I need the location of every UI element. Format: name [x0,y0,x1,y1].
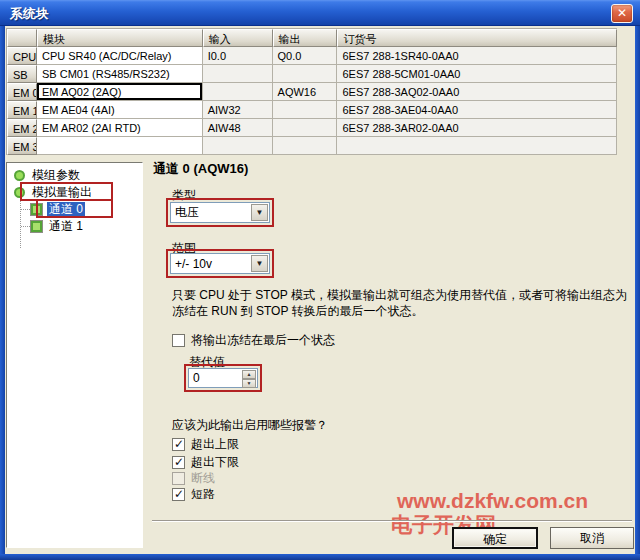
type-dropdown-value: 电压 [171,204,250,221]
alarm-label: 超出下限 [191,454,239,471]
settings-tree: 模组参数 模拟量输出 通道 0 通道 1 [6,162,143,548]
chevron-down-icon[interactable]: ▼ [251,255,268,272]
tree-item-module-params[interactable]: 模组参数 [7,167,142,184]
title-bar: 系统块 [0,0,640,26]
input-cell: AIW48 [203,119,273,137]
checkbox-icon[interactable] [172,438,185,451]
freeze-output-checkbox[interactable]: 将输出冻结在最后一个状态 [172,333,335,348]
header-corner [7,29,37,47]
table-header-row: 模块 输入 输出 订货号 [7,29,617,47]
output-cell: Q0.0 [273,47,338,65]
tree-item-channel-0[interactable]: 通道 0 [7,201,142,218]
output-cell [273,65,338,83]
order-cell: 6ES7 288-5CM01-0AA0 [337,65,617,83]
window-border-bottom [0,554,640,560]
chevron-down-icon[interactable]: ▼ [251,204,268,221]
module-cell-selected[interactable]: EM AQ02 (2AQ) [37,83,203,101]
tree-branch-line [21,226,30,227]
checkbox-icon[interactable] [172,456,185,469]
input-cell [203,65,273,83]
channel-icon [31,221,42,232]
cancel-button[interactable]: 取消 [550,527,634,549]
button-separator [152,520,632,522]
module-table: 模块 输入 输出 订货号 CPU CPU SR40 (AC/DC/Relay) … [6,28,617,155]
tree-item-channel-1[interactable]: 通道 1 [7,218,142,235]
module-cell[interactable]: EM AE04 (4AI) [37,101,203,119]
substitute-value-stepper[interactable]: 0 ▲ ▼ [188,368,258,388]
input-cell [203,137,273,155]
order-cell: 6ES7 288-3AQ02-0AA0 [337,83,617,101]
row-label[interactable]: EM 2 [7,119,37,137]
alarm-lower-limit-checkbox[interactable]: 超出下限 [172,455,239,470]
tree-item-analog-output[interactable]: 模拟量输出 [7,184,142,201]
close-icon[interactable]: ✕ [611,4,633,23]
checkbox-icon [172,472,185,485]
alarm-label: 断线 [191,470,215,487]
table-row-em0: EM 0 EM AQ02 (2AQ) AQW16 6ES7 288-3AQ02-… [7,83,617,101]
channel-heading: 通道 0 (AQW16) [153,160,248,178]
table-row-em3: EM 3 [7,137,617,155]
tree-item-label: 通道 1 [47,219,85,234]
spin-down-icon[interactable]: ▼ [242,379,256,388]
order-cell: 6ES7 288-3AR02-0AA0 [337,119,617,137]
type-dropdown[interactable]: 电压 ▼ [170,202,270,223]
module-cell[interactable]: CPU SR40 (AC/DC/Relay) [37,47,203,65]
freeze-output-label: 将输出冻结在最后一个状态 [191,332,335,349]
module-cell[interactable]: SB CM01 (RS485/RS232) [37,65,203,83]
checkbox-icon[interactable] [172,334,185,347]
module-cell[interactable]: EM AR02 (2AI RTD) [37,119,203,137]
header-order: 订货号 [337,29,617,47]
tree-connector-line [20,201,21,248]
tree-item-label: 模拟量输出 [30,185,94,200]
tree-branch-line [21,209,30,210]
output-cell [273,137,338,155]
tree-node-icon [14,187,25,198]
ok-button[interactable]: 确定 [452,527,538,549]
input-cell: AIW32 [203,101,273,119]
table-row-cpu: CPU CPU SR40 (AC/DC/Relay) I0.0 Q0.0 6ES… [7,47,617,65]
tree-item-label: 模组参数 [30,168,82,183]
range-dropdown[interactable]: +/- 10v ▼ [170,253,270,274]
output-cell [273,101,338,119]
order-cell: 6ES7 288-1SR40-0AA0 [337,47,617,65]
channel-icon [31,204,42,215]
row-label[interactable]: EM 3 [7,137,37,155]
window-border-left [0,26,5,554]
row-label[interactable]: CPU [7,47,37,65]
range-dropdown-value: +/- 10v [171,257,250,271]
window-title: 系统块 [10,5,49,23]
header-input: 输入 [203,29,273,47]
row-label[interactable]: SB [7,65,37,83]
header-module: 模块 [37,29,203,47]
description-text: 只要 CPU 处于 STOP 模式，模拟量输出就可组态为使用替代值，或者可将输出… [172,287,628,319]
alarms-question: 应该为此输出启用哪些报警？ [172,417,328,434]
output-cell: AQW16 [273,83,338,101]
alarm-upper-limit-checkbox[interactable]: 超出上限 [172,437,239,452]
order-cell [337,137,617,155]
order-cell: 6ES7 288-3AE04-0AA0 [337,101,617,119]
alarm-label: 短路 [191,486,215,503]
table-row-em1: EM 1 EM AE04 (4AI) AIW32 6ES7 288-3AE04-… [7,101,617,119]
checkbox-icon[interactable] [172,488,185,501]
module-cell[interactable] [37,137,203,155]
table-row-em2: EM 2 EM AR02 (2AI RTD) AIW48 6ES7 288-3A… [7,119,617,137]
window-border-right [635,26,640,554]
row-label[interactable]: EM 1 [7,101,37,119]
input-cell: I0.0 [203,47,273,65]
alarm-wire-break-checkbox: 断线 [172,471,215,486]
tree-item-label-selected: 通道 0 [47,202,85,217]
row-label[interactable]: EM 0 [7,83,37,101]
table-row-sb: SB SB CM01 (RS485/RS232) 6ES7 288-5CM01-… [7,65,617,83]
alarm-label: 超出上限 [191,436,239,453]
watermark-url: www.dzkfw.com.cn [397,489,588,513]
input-cell [203,83,273,101]
header-output: 输出 [273,29,338,47]
substitute-value: 0 [189,369,241,387]
spinner-buttons: ▲ ▼ [242,370,256,386]
tree-node-icon [14,170,25,181]
spin-up-icon[interactable]: ▲ [242,370,256,379]
alarm-short-circuit-checkbox[interactable]: 短路 [172,487,215,502]
output-cell [273,119,338,137]
